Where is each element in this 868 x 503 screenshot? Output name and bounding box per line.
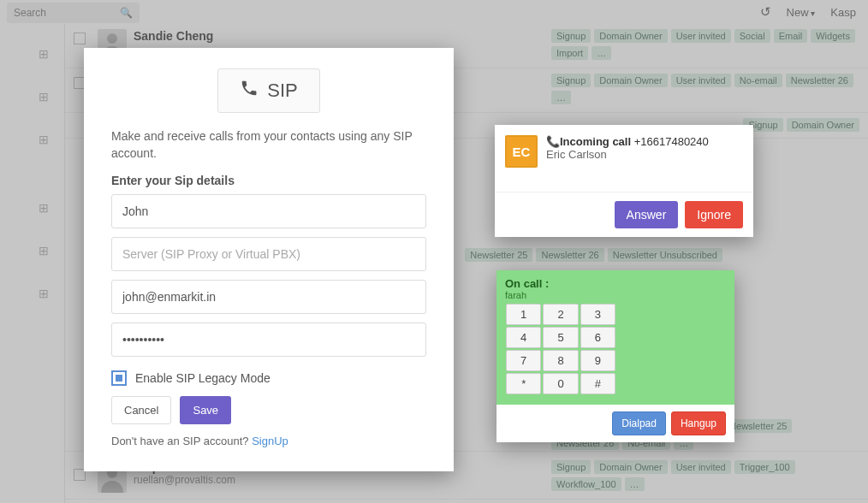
sip-signup-prompt: Don't have an SIP account? [111, 435, 252, 447]
dialpad-button[interactable]: Dialpad [612, 411, 666, 435]
sip-server-input[interactable] [111, 237, 426, 271]
incoming-call-label: Incoming call [560, 135, 634, 148]
sip-user-input[interactable] [111, 280, 426, 314]
sip-password-input[interactable] [111, 323, 426, 357]
sip-legacy-label: Enable SIP Legacy Mode [135, 371, 271, 385]
dialpad-key-4[interactable]: 4 [506, 327, 541, 348]
cancel-button[interactable]: Cancel [111, 396, 171, 424]
dialpad-key-7[interactable]: 7 [506, 350, 541, 371]
dialpad-key-0[interactable]: 0 [543, 373, 578, 394]
sip-modal: SIP Make and receive calls from your con… [84, 48, 454, 471]
caller-avatar: EC [505, 135, 538, 168]
dialpad-key-star[interactable]: * [506, 373, 541, 394]
sip-legacy-checkbox[interactable]: Enable SIP Legacy Mode [111, 370, 426, 386]
incoming-call-popup: EC 📞Incoming call +16617480240 Eric Carl… [495, 125, 753, 237]
answer-button[interactable]: Answer [615, 201, 679, 228]
incoming-call-number: +16617480240 [634, 135, 709, 148]
sip-signup-link[interactable]: SignUp [252, 435, 288, 447]
dialpad-key-5[interactable]: 5 [543, 327, 578, 348]
oncall-popup: On call : farah 1 2 3 4 5 6 7 8 9 * 0 # [496, 270, 734, 442]
phone-icon: 📞 [546, 135, 560, 148]
checkbox-icon [111, 370, 127, 386]
incoming-caller-name: Eric Carlson [546, 148, 709, 161]
sip-name-input[interactable] [111, 194, 426, 228]
sip-logo: SIP [217, 68, 320, 113]
dialpad-key-8[interactable]: 8 [543, 350, 578, 371]
ignore-button[interactable]: Ignore [685, 201, 743, 228]
dialpad-key-2[interactable]: 2 [543, 304, 578, 325]
sip-description: Make and receive calls from your contact… [111, 128, 426, 162]
dialpad-key-9[interactable]: 9 [580, 350, 615, 371]
oncall-title: On call : [505, 277, 726, 290]
dialpad-key-6[interactable]: 6 [580, 327, 615, 348]
sip-details-label: Enter your Sip details [111, 174, 426, 187]
sip-logo-text: SIP [267, 80, 297, 102]
dialpad-key-3[interactable]: 3 [580, 304, 615, 325]
dialpad: 1 2 3 4 5 6 7 8 9 * 0 # [505, 304, 616, 396]
dialpad-key-1[interactable]: 1 [506, 304, 541, 325]
dialpad-key-hash[interactable]: # [580, 373, 615, 394]
phone-icon [240, 79, 259, 103]
hangup-button[interactable]: Hangup [671, 411, 726, 435]
oncall-name: farah [505, 290, 726, 300]
incoming-call-line: 📞Incoming call +16617480240 [546, 135, 709, 148]
save-button[interactable]: Save [180, 396, 231, 424]
